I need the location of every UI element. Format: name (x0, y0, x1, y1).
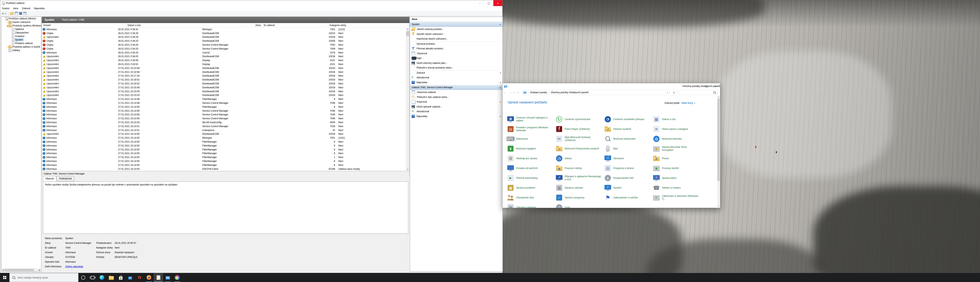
event-row[interactable]: Informace 27.01.2021 23:14:54 Service Co… (42, 117, 406, 120)
search-input[interactable] (679, 90, 718, 95)
taskbar-app-firefox[interactable] (144, 273, 154, 282)
event-row[interactable]: Informace 27.01.2021 23:14:50 FilterMana… (42, 152, 406, 155)
tree-item[interactable]: ▸ Vlastní zobrazení (2, 21, 41, 24)
control-panel-item[interactable]: ▶ Přehrát automaticky (507, 174, 554, 182)
event-row[interactable]: Upozornění 27.01.2021 23:16:52 Distribut… (42, 82, 406, 86)
help-icon[interactable] (19, 12, 22, 15)
control-panel-item[interactable]: ◔ Centrum usnadnění přístupu (604, 115, 651, 124)
tree-item[interactable]: Aplikace (2, 27, 41, 31)
event-row[interactable]: Upozornění 27.01.2021 23:14:50 Distribut… (42, 132, 406, 136)
control-panel-item[interactable]: ▦ Pracovní složky (555, 164, 603, 173)
taskbar-search-input[interactable]: Sem zadejte hledaný výraz (10, 273, 78, 282)
event-row[interactable]: Chyba 28.01.2021 0:34:25 Service Control… (42, 47, 406, 51)
event-row[interactable]: Chyba 28.01.2021 0:34:25 Service Control… (42, 43, 406, 47)
event-row[interactable]: Informace 27.01.2021 23:14:55 FilterMana… (42, 105, 406, 109)
action-section-header[interactable]: Systém▲ (410, 22, 503, 27)
event-row[interactable]: Upozornění 28.01.2021 0:34:26 Distribute… (42, 35, 406, 39)
menu-item[interactable]: Zobrazit (20, 6, 32, 11)
breadcrumb-item[interactable]: Ovládací panely (530, 91, 547, 94)
event-row[interactable]: Informace 27.01.2021 23:14:50 FilterMana… (42, 159, 406, 163)
forward-icon[interactable]: → (508, 91, 513, 94)
back-icon[interactable] (2, 12, 3, 15)
event-row[interactable]: Upozornění 27.01.2021 23:17:28 Distribut… (42, 74, 406, 78)
event-row[interactable]: Informace 27.01.2021 23:14:55 Service Co… (42, 109, 406, 113)
event-row[interactable]: Upozornění 28.01.2021 0:33:52 Display 41… (42, 62, 406, 66)
refresh-icon[interactable]: ↻ (671, 90, 677, 95)
event-row[interactable]: Informace 28.01.2021 0:34:32 Winlogon 70… (42, 27, 406, 31)
breadcrumb-dropdown-icon[interactable]: ▾ (667, 92, 668, 93)
control-panel-item[interactable]: f Flash Player (32bitové) (555, 125, 603, 133)
control-panel-titlebar[interactable]: Všechny položky Ovládacích panelů – □ × (503, 83, 720, 89)
control-panel-item[interactable]: Možnosti indexování (604, 134, 651, 143)
control-panel-item[interactable]: ▤ Firewall v programu Windows Defender (507, 125, 554, 133)
control-panel-item[interactable]: ▦ Centrum síťových připojení a sdílení (507, 115, 554, 124)
control-panel-item[interactable]: A Písma (653, 154, 700, 163)
detail-tab[interactable]: Obecné (43, 176, 56, 181)
event-row[interactable]: Informace 27.01.2021 23:14:50 FilterMana… (42, 163, 406, 167)
control-panel-item[interactable]: ▥ Správce zařízení (555, 183, 603, 192)
start-button[interactable] (0, 273, 10, 282)
event-row[interactable]: Upozornění 27.01.2021 23:16:52 Distribut… (42, 78, 406, 82)
tree-item[interactable]: Zabezpečení (2, 31, 41, 35)
maximize-button[interactable]: □ (484, 0, 493, 6)
event-row[interactable]: Upozornění 27.01.2021 23:15:06 Distribut… (42, 86, 406, 89)
control-panel-item[interactable]: ✓ Systém (604, 183, 651, 192)
adjust-settings-heading[interactable]: Upravit nastavení počítače (508, 100, 547, 105)
control-panel-item[interactable]: ◎ Programy a funkce (604, 164, 651, 173)
action-section-header[interactable]: Událost 7040, Service Control Manager▲ (410, 85, 503, 90)
minimize-button[interactable]: – (693, 83, 702, 89)
action-item[interactable]: Uložit vybrané události...▸ (410, 105, 503, 109)
action-item[interactable]: Aktualizovat▸ (410, 109, 503, 114)
recent-pages-icon[interactable]: ▾ (513, 92, 515, 93)
close-button[interactable]: × (493, 0, 502, 6)
taskbar-app-mail[interactable] (126, 273, 135, 282)
open-saved-log-icon[interactable] (10, 12, 14, 15)
collapse-icon[interactable]: ▲ (499, 23, 501, 25)
event-row[interactable]: Informace 27.01.2021 23:14:51 e1dexpress… (42, 128, 406, 132)
action-item[interactable]: Kopírovat▸ (410, 100, 503, 105)
action-item[interactable]: Přidružit k tomuto protokolu úlohu...▸ (410, 65, 503, 70)
event-row[interactable]: Informace 27.01.2021 23:14:50 Winlogon 7… (42, 136, 406, 140)
event-row[interactable]: Upozornění 27.01.2021 23:23:58 Distribut… (42, 66, 406, 70)
event-row[interactable]: Upozornění 28.01.2021 0:33:58 Display 41… (42, 59, 406, 62)
event-row[interactable]: Informace 27.01.2021 23:14:55 Service Co… (42, 113, 406, 117)
control-panel-item[interactable]: ↻ Centrum synchronizace (555, 115, 603, 124)
event-row[interactable]: Informace 27.01.2021 23:14:51 Service Co… (42, 124, 406, 128)
control-panel-item[interactable]: ◷ Oblast (555, 154, 603, 163)
event-row[interactable]: Informace 27.01.2021 23:14:56 Service Co… (42, 101, 406, 105)
scrollbar-thumb[interactable] (718, 99, 720, 181)
event-row[interactable]: Chyba 28.01.2021 0:34:26 DistributedCOM … (42, 31, 406, 35)
tree-horizontal-scrollbar[interactable]: ◀ ▶ (2, 268, 41, 271)
detail-tab[interactable]: Podrobnosti (57, 176, 74, 181)
control-panel-item[interactable]: ● Prostory úložišť (653, 164, 700, 173)
taskbar-app-store[interactable] (116, 273, 126, 282)
control-panel-item[interactable]: ❖ Správa barev (653, 174, 700, 182)
tree-item[interactable]: ◢ Protokoly systému Windows (2, 24, 41, 27)
breadcrumb[interactable]: › Ovládací panely › Všechny položky Ovlá… (522, 90, 670, 95)
action-item[interactable]: Zobrazit▸ (410, 70, 503, 75)
control-panel-item[interactable]: ▤ Zařízení a tiskárny (507, 203, 554, 208)
control-panel-scrollbar[interactable]: ▲ ▼ (717, 96, 720, 208)
control-panel-item[interactable]: Myš (604, 144, 651, 153)
action-item[interactable]: Uložit všechny události jako...▸ (410, 61, 503, 66)
event-row[interactable]: Informace 27.01.2021 23:14:56 FilterMana… (42, 97, 406, 101)
action-item[interactable]: Vytvořit vlastní zobrazení...▸ (410, 32, 503, 36)
control-panel-item[interactable]: ≡ Možnosti Průzkumníka souborů (555, 144, 603, 153)
event-row[interactable]: Upozornění 27.01.2021 23:15:03 Distribut… (42, 93, 406, 97)
menu-item[interactable]: Akce (11, 6, 20, 11)
menu-item[interactable]: Soubor (0, 6, 11, 11)
taskbar-app-cortana[interactable] (78, 273, 88, 282)
control-panel-item[interactable]: ↺ Historie souborů (604, 125, 651, 133)
taskbar-app-paint[interactable] (172, 273, 182, 282)
control-panel-item[interactable]: ↻ Zálohování a obnovení (Windows 7) (653, 193, 700, 202)
control-panel-item[interactable]: Poradce při potížích (507, 164, 554, 173)
taskbar-app-edge[interactable] (97, 273, 107, 282)
column-header[interactable]: Zdroj (247, 23, 262, 27)
tree-item[interactable]: Instalace (2, 35, 41, 38)
event-row[interactable]: Upozornění 28.01.2021 0:34:00 Distribute… (42, 55, 406, 59)
control-panel-item[interactable]: ▮ Možnosti napájení (507, 144, 554, 153)
taskbar-app-office[interactable] (135, 273, 144, 282)
collapse-icon[interactable]: ▲ (499, 86, 501, 88)
control-panel-item[interactable]: ⌨ Klávesnice (507, 134, 554, 143)
column-header[interactable]: Kategorie úlohy (328, 23, 346, 27)
